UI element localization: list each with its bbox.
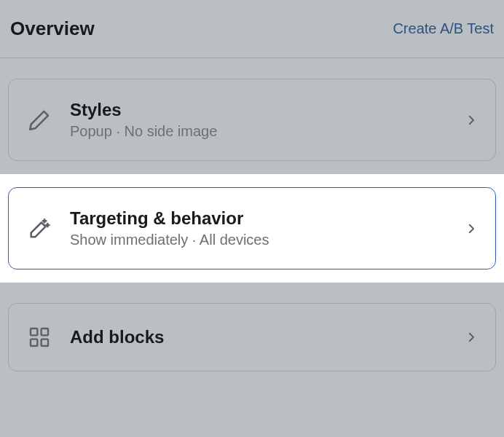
blocks-icon [26, 324, 52, 350]
page-title: Overview [10, 17, 95, 40]
create-ab-test-link[interactable]: Create A/B Test [393, 20, 494, 37]
targeting-subtitle: Show immediately · All devices [70, 232, 465, 248]
styles-subtitle: Popup · No side image [70, 123, 465, 140]
targeting-card[interactable]: Targeting & behavior Show immediately · … [8, 187, 496, 269]
svg-rect-1 [42, 328, 48, 335]
styles-card-body: Styles Popup · No side image [70, 100, 465, 140]
targeting-card-wrapper: Targeting & behavior Show immediately · … [0, 174, 504, 283]
targeting-title: Targeting & behavior [70, 208, 465, 229]
add-blocks-card[interactable]: Add blocks [8, 303, 496, 371]
add-blocks-card-body: Add blocks [70, 327, 465, 347]
add-blocks-title: Add blocks [70, 327, 465, 347]
magic-wand-icon [26, 216, 52, 242]
svg-rect-2 [31, 339, 37, 346]
chevron-right-icon [465, 110, 478, 130]
targeting-card-body: Targeting & behavior Show immediately · … [70, 208, 465, 248]
chevron-right-icon [465, 219, 478, 239]
header: Overview Create A/B Test [0, 0, 504, 58]
styles-title: Styles [70, 100, 465, 120]
content: Styles Popup · No side image Targeting &… [0, 58, 504, 371]
styles-card[interactable]: Styles Popup · No side image [8, 79, 496, 161]
svg-rect-3 [42, 339, 48, 346]
chevron-right-icon [465, 327, 478, 347]
pencil-icon [26, 107, 52, 133]
svg-rect-0 [31, 328, 37, 335]
